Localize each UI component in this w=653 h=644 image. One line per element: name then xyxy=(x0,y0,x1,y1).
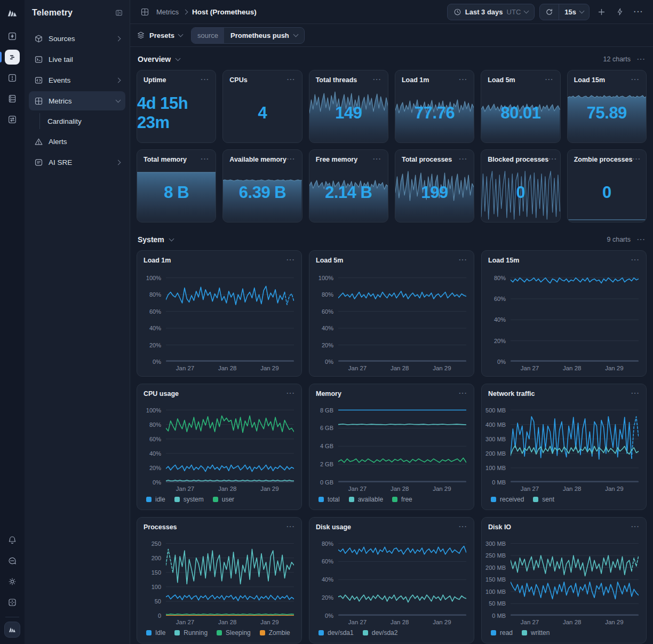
rail-datasets-button[interactable] xyxy=(0,88,25,109)
legend-item[interactable]: available xyxy=(349,496,383,503)
sidebar-item-sources[interactable]: Sources xyxy=(29,29,125,48)
x-tick-label: Jan 28 xyxy=(391,365,409,371)
card-menu-button[interactable]: ··· xyxy=(373,76,381,84)
card-menu-button[interactable]: ··· xyxy=(548,155,557,163)
quick-actions-button[interactable] xyxy=(613,5,627,19)
stat-card-title: Free memory xyxy=(316,156,358,163)
card-menu-button[interactable]: ··· xyxy=(631,256,640,264)
feedback-button[interactable] xyxy=(0,550,25,571)
sidebar-item-metrics[interactable]: Metrics xyxy=(29,91,125,110)
rail-flows-button[interactable] xyxy=(0,26,25,46)
refresh-button[interactable] xyxy=(540,4,559,20)
stat-card-title: Load 5m xyxy=(488,76,515,84)
collapse-sidebar-button[interactable] xyxy=(115,9,123,17)
card-menu-button[interactable]: ··· xyxy=(201,76,209,84)
x-tick-label: Jan 29 xyxy=(433,619,451,625)
card-menu-button[interactable]: ··· xyxy=(545,76,554,84)
stat-card-title: Load 1m xyxy=(402,76,429,84)
card-menu-button[interactable]: ··· xyxy=(631,523,640,531)
collapse-section-icon[interactable] xyxy=(176,56,181,61)
card-menu-button[interactable]: ··· xyxy=(459,523,467,531)
workspace-avatar[interactable] xyxy=(4,622,20,638)
card-menu-button[interactable]: ··· xyxy=(459,389,467,397)
add-chart-button[interactable] xyxy=(594,5,608,19)
sidebar: Telemetry Sources Live tail Events Metri… xyxy=(25,0,130,644)
section-title: Overview xyxy=(138,55,171,63)
sidebar-item-alerts[interactable]: Alerts xyxy=(29,132,125,151)
legend-item[interactable]: system xyxy=(174,496,204,503)
rail-events-button[interactable] xyxy=(0,67,25,88)
y-tick-label: 50 MB xyxy=(489,600,506,607)
card-menu-button[interactable]: ··· xyxy=(286,523,295,531)
y-tick-label: 200 MB xyxy=(485,565,506,571)
y-tick-label: 300 MB xyxy=(485,436,506,442)
legend-item[interactable]: total xyxy=(318,496,340,503)
sidebar-item-label: AI SRE xyxy=(49,158,111,166)
theme-button[interactable] xyxy=(0,571,25,592)
warning-triangle-icon xyxy=(34,137,43,146)
legend-item[interactable]: received xyxy=(491,496,524,503)
chart-plot-area[interactable] xyxy=(338,403,466,482)
legend-item[interactable]: Idle xyxy=(146,629,165,637)
apps-button[interactable] xyxy=(0,592,25,613)
chart-plot-area[interactable] xyxy=(338,536,466,616)
x-tick-label: Jan 27 xyxy=(348,486,367,492)
x-tick-label: Jan 29 xyxy=(433,486,451,492)
legend-item[interactable]: sent xyxy=(533,496,554,503)
card-menu-button[interactable]: ··· xyxy=(459,76,467,84)
collapse-section-icon[interactable] xyxy=(169,236,174,242)
card-menu-button[interactable]: ··· xyxy=(201,155,209,163)
breadcrumb-section[interactable]: Metrics xyxy=(156,8,179,16)
legend-item[interactable]: Running xyxy=(174,629,208,637)
chart-plot-area[interactable] xyxy=(166,269,294,362)
legend-item[interactable]: Sleeping xyxy=(217,629,251,637)
legend-item[interactable]: idle xyxy=(146,496,165,503)
notifications-button[interactable] xyxy=(0,529,25,550)
refresh-interval-button[interactable]: 15s xyxy=(559,4,589,20)
legend-item[interactable]: read xyxy=(491,629,513,637)
legend-item[interactable]: dev/sda1 xyxy=(318,629,354,637)
legend-color-chip xyxy=(146,630,152,635)
chart-title: CPU usage xyxy=(144,390,179,397)
card-menu-button[interactable]: ··· xyxy=(287,155,296,163)
chart-plot-area[interactable] xyxy=(166,403,294,482)
section-menu-button[interactable]: ··· xyxy=(637,236,646,244)
legend-label: system xyxy=(184,496,204,503)
section-menu-button[interactable]: ··· xyxy=(637,55,646,63)
more-options-button[interactable]: ··· xyxy=(632,5,646,19)
sidebar-item-cardinality[interactable]: Cardinality xyxy=(40,112,125,130)
chart-plot-area[interactable] xyxy=(338,269,466,362)
chart-plot-area[interactable] xyxy=(166,536,294,616)
chart-plot-area[interactable] xyxy=(511,269,639,362)
rail-logs-button[interactable] xyxy=(0,46,25,67)
legend-item[interactable]: user xyxy=(213,496,234,503)
card-menu-button[interactable]: ··· xyxy=(631,389,640,397)
chevron-right-icon xyxy=(116,77,121,83)
card-menu-button[interactable]: ··· xyxy=(632,155,641,163)
card-menu-button[interactable]: ··· xyxy=(286,256,295,264)
card-menu-button[interactable]: ··· xyxy=(631,76,640,84)
rail-compare-button[interactable] xyxy=(0,109,25,130)
y-tick-label: 80% xyxy=(149,291,161,298)
card-menu-button[interactable]: ··· xyxy=(286,389,295,397)
x-axis-labels: Jan 27Jan 28Jan 29 xyxy=(511,362,639,373)
card-menu-button[interactable]: ··· xyxy=(373,155,381,163)
sidebar-item-events[interactable]: Events xyxy=(29,70,125,90)
legend-item[interactable]: dev/sda2 xyxy=(363,629,398,637)
x-tick-label: Jan 28 xyxy=(391,619,409,625)
chart-plot-area[interactable] xyxy=(511,536,639,616)
chart-plot-area[interactable] xyxy=(511,403,639,482)
time-range-button[interactable]: Last 3 days UTC xyxy=(447,4,535,20)
card-menu-button[interactable]: ··· xyxy=(459,155,467,163)
presets-button[interactable]: Presets xyxy=(137,31,182,39)
sidebar-item-ai-sre[interactable]: AI SRE xyxy=(29,153,125,172)
legend-item[interactable]: Zombie xyxy=(260,629,290,637)
source-value-button[interactable]: Prometheus push xyxy=(224,28,304,43)
card-menu-button[interactable]: ··· xyxy=(287,76,296,84)
sidebar-item-live-tail[interactable]: Live tail xyxy=(29,50,125,69)
card-menu-button[interactable]: ··· xyxy=(459,256,467,264)
breadcrumb: Metrics Host (Prometheus) xyxy=(138,5,257,19)
section-chart-count: 12 charts xyxy=(603,55,631,63)
legend-item[interactable]: free xyxy=(392,496,412,503)
legend-item[interactable]: written xyxy=(522,629,550,637)
